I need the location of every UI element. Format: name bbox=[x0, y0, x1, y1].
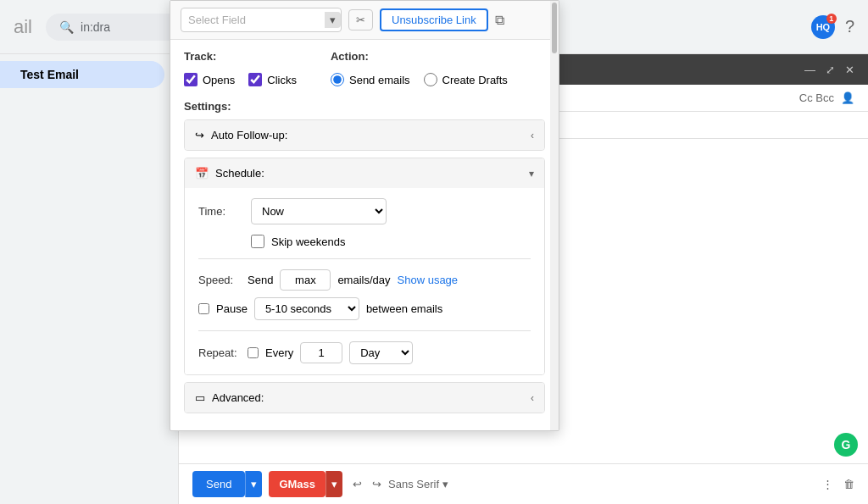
select-field-arrow[interactable]: ▾ bbox=[325, 12, 341, 28]
repeat-every-label: Every bbox=[265, 346, 293, 359]
track-action-row: Track: Opens Clicks Action: bbox=[184, 50, 545, 86]
advanced-section: ▭ Advanced: ‹ bbox=[184, 382, 545, 413]
track-section: Track: Opens Clicks bbox=[184, 50, 297, 86]
speed-input[interactable] bbox=[280, 269, 331, 291]
gmail-logo: ail bbox=[14, 16, 32, 38]
modal-overlay: Select Field ▾ ✂ Unsubscribe Link ⧉ Trac… bbox=[170, 0, 868, 504]
schedule-label: Schedule: bbox=[215, 167, 264, 180]
send-emails-label[interactable]: Send emails bbox=[331, 73, 410, 86]
repeat-number-input[interactable] bbox=[300, 342, 342, 363]
repeat-unit-select[interactable]: Day Week Month bbox=[349, 341, 413, 364]
clicks-checkbox[interactable] bbox=[248, 73, 262, 86]
action-label: Action: bbox=[331, 50, 508, 63]
skip-weekends-checkbox[interactable] bbox=[251, 235, 264, 248]
search-text: in:dra bbox=[81, 20, 110, 34]
sidebar-item-test-email[interactable]: Test Email bbox=[0, 61, 164, 88]
auto-followup-header-left: ↪ Auto Follow-up: bbox=[195, 129, 287, 141]
copy-button[interactable]: ⧉ bbox=[495, 13, 504, 28]
repeat-label: Repeat: bbox=[198, 346, 241, 359]
divider-2 bbox=[198, 330, 531, 331]
sidebar: Test Email bbox=[0, 54, 178, 504]
unsubscribe-link-button[interactable]: Unsubscribe Link bbox=[380, 8, 488, 31]
pause-label: Pause bbox=[216, 302, 248, 315]
search-icon: 🔍 bbox=[59, 20, 74, 34]
schedule-icon: 📅 bbox=[195, 167, 209, 180]
between-emails-label: between emails bbox=[366, 302, 442, 315]
action-radio-group: Send emails Create Drafts bbox=[331, 73, 508, 86]
skip-weekends-label: Skip weekends bbox=[271, 235, 345, 248]
track-checkbox-group: Opens Clicks bbox=[184, 73, 297, 86]
auto-followup-header[interactable]: ↪ Auto Follow-up: ‹ bbox=[185, 120, 544, 150]
schedule-body: Time: Now Specific Time Skip weekends bbox=[185, 188, 544, 374]
time-select[interactable]: Now Specific Time bbox=[251, 198, 387, 224]
pause-checkbox[interactable] bbox=[198, 303, 209, 314]
modal-scrollbar-thumb bbox=[552, 3, 557, 53]
advanced-arrow: ‹ bbox=[531, 392, 534, 404]
auto-followup-section: ↪ Auto Follow-up: ‹ bbox=[184, 119, 545, 151]
auto-followup-icon: ↪ bbox=[195, 129, 204, 141]
time-label: Time: bbox=[198, 205, 241, 218]
time-row: Time: Now Specific Time bbox=[198, 198, 531, 224]
sidebar-item-label: Test Email bbox=[20, 68, 79, 81]
auto-followup-arrow: ‹ bbox=[531, 130, 534, 141]
create-drafts-label[interactable]: Create Drafts bbox=[424, 73, 508, 86]
skip-weekends-row: Skip weekends bbox=[198, 235, 531, 248]
speed-send-text: Send bbox=[248, 274, 273, 286]
modal-toolbar: Select Field ▾ ✂ Unsubscribe Link ⧉ bbox=[170, 1, 559, 40]
create-drafts-text: Create Drafts bbox=[442, 74, 508, 86]
schedule-arrow: ▾ bbox=[529, 168, 534, 180]
opens-checkbox[interactable] bbox=[184, 73, 198, 86]
settings-label: Settings: bbox=[184, 100, 545, 113]
modal-scrollbar[interactable] bbox=[550, 1, 559, 430]
speed-label: Speed: bbox=[198, 274, 241, 286]
schedule-header[interactable]: 📅 Schedule: ▾ bbox=[185, 158, 544, 188]
advanced-header[interactable]: ▭ Advanced: ‹ bbox=[185, 383, 544, 413]
schedule-header-left: 📅 Schedule: bbox=[195, 167, 264, 180]
select-field-text: Select Field bbox=[188, 14, 325, 26]
gmass-modal: Select Field ▾ ✂ Unsubscribe Link ⧉ Trac… bbox=[170, 0, 559, 431]
pause-select[interactable]: 5-10 seconds 10-20 seconds 30-60 seconds bbox=[254, 297, 359, 320]
auto-followup-label: Auto Follow-up: bbox=[211, 129, 287, 141]
pause-row: Pause 5-10 seconds 10-20 seconds 30-60 s… bbox=[198, 297, 531, 320]
schedule-section: 📅 Schedule: ▾ Time: Now Specific Time bbox=[184, 158, 545, 375]
clicks-checkbox-label[interactable]: Clicks bbox=[248, 73, 297, 86]
advanced-icon: ▭ bbox=[195, 391, 205, 404]
clicks-label: Clicks bbox=[267, 74, 297, 86]
advanced-label: Advanced: bbox=[212, 391, 264, 404]
select-field-dropdown[interactable]: Select Field ▾ bbox=[181, 8, 342, 32]
send-emails-radio[interactable] bbox=[331, 73, 344, 86]
divider-1 bbox=[198, 258, 531, 259]
track-label: Track: bbox=[184, 50, 297, 63]
repeat-row: Repeat: Every Day Week Month bbox=[198, 341, 531, 364]
modal-content: Track: Opens Clicks Action: bbox=[170, 40, 559, 430]
scissors-button[interactable]: ✂ bbox=[348, 9, 373, 30]
send-emails-text: Send emails bbox=[349, 74, 410, 86]
create-drafts-radio[interactable] bbox=[424, 73, 437, 86]
emails-per-day-label: emails/day bbox=[337, 274, 390, 286]
show-usage-link[interactable]: Show usage bbox=[398, 274, 459, 286]
repeat-checkbox[interactable] bbox=[248, 347, 259, 358]
opens-checkbox-label[interactable]: Opens bbox=[184, 73, 235, 86]
advanced-header-left: ▭ Advanced: bbox=[195, 391, 264, 404]
action-section: Action: Send emails Create Drafts bbox=[331, 50, 508, 86]
speed-row: Speed: Send emails/day Show usage bbox=[198, 269, 531, 291]
opens-label: Opens bbox=[203, 74, 235, 86]
